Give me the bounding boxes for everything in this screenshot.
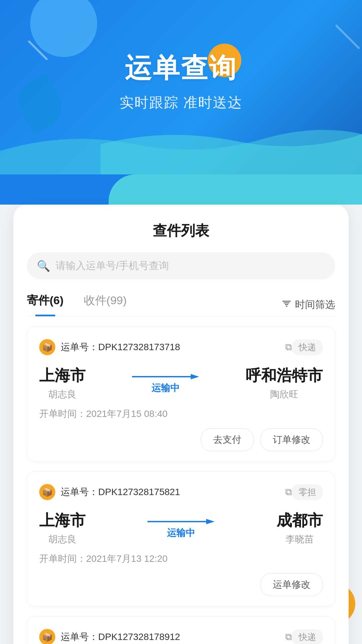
package-type-2: 零担	[292, 484, 323, 500]
copy-icon-2[interactable]: ⧉	[285, 487, 292, 498]
from-city-1: 上海市 胡志良	[39, 365, 85, 401]
tab-receiving[interactable]: 收件(99)	[84, 293, 127, 316]
svg-marker-3	[206, 519, 215, 524]
filter-button[interactable]: 时间筛选	[282, 298, 335, 312]
search-icon: 🔍	[37, 260, 50, 272]
waybill-no-1: 运单号：DPK127328173718	[61, 341, 282, 354]
waybill-no-2: 运单号：DPK127328175821	[61, 486, 282, 498]
tab-sending[interactable]: 寄件(6)	[27, 293, 64, 316]
modify-waybill-button-2[interactable]: 运单修改	[260, 573, 323, 596]
content-area: 查件列表 🔍 请输入运单号/手机号查询 寄件(6) 收件(99) 时间筛选	[0, 205, 362, 644]
waybill-no-3: 运单号：DPK127328178912	[61, 631, 282, 643]
card-title: 查件列表	[27, 221, 335, 240]
package-header-2: 📦 运单号：DPK127328175821 ⧉ 零担	[39, 484, 323, 500]
route-arrow-svg-1	[132, 372, 199, 382]
action-row-2: 运单修改	[39, 573, 323, 596]
package-card-2: 📦 运单号：DPK127328175821 ⧉ 零担 上海市 胡志良 运输中	[27, 472, 335, 606]
package-header-3: 📦 运单号：DPK127328178912 ⧉ 快递	[39, 629, 323, 644]
to-city-1: 呼和浩特市 陶欣旺	[246, 365, 323, 401]
header-background: 运单查询 实时跟踪 准时送达	[0, 0, 362, 174]
route-middle-2: 运输中	[85, 517, 277, 539]
package-card-3: 📦 运单号：DPK127328178912 ⧉ 快递	[27, 616, 335, 644]
to-city-2: 成都市 李晓苗	[277, 510, 323, 546]
route-arrow-svg-2	[147, 517, 215, 527]
open-time-2: 开单时间：2021年7月13 12:20	[39, 552, 323, 565]
tabs-row: 寄件(6) 收件(99) 时间筛选	[27, 293, 335, 317]
search-bar[interactable]: 🔍 请输入运单号/手机号查询	[27, 252, 335, 279]
page-title: 运单查询	[0, 50, 362, 87]
package-icon-3: 📦	[39, 629, 55, 644]
package-header-1: 📦 运单号：DPK127328173718 ⧉ 快递	[39, 339, 323, 355]
svg-marker-1	[191, 374, 199, 379]
route-middle-1: 运输中	[85, 372, 246, 394]
open-time-1: 开单时间：2021年7月15 08:40	[39, 408, 323, 420]
search-placeholder: 请输入运单号/手机号查询	[56, 259, 169, 273]
package-card-1: 📦 运单号：DPK127328173718 ⧉ 快递 上海市 胡志良 运输中	[27, 327, 335, 462]
page-subtitle: 实时跟踪 准时送达	[0, 93, 362, 112]
main-card: 查件列表 🔍 请输入运单号/手机号查询 寄件(6) 收件(99) 时间筛选	[13, 205, 349, 644]
route-row-1: 上海市 胡志良 运输中 呼和浩特市 陶欣旺	[39, 365, 323, 401]
status-label-1: 运输中	[152, 382, 180, 394]
modify-order-button-1[interactable]: 订单修改	[260, 428, 323, 451]
from-city-2: 上海市 胡志良	[39, 510, 85, 546]
package-type-3: 快递	[292, 629, 323, 644]
package-icon-1: 📦	[39, 339, 55, 355]
action-row-1: 去支付 订单修改	[39, 428, 323, 451]
header-wave	[0, 124, 362, 174]
filter-icon	[282, 300, 292, 310]
package-icon-2: 📦	[39, 484, 55, 500]
pay-button-1[interactable]: 去支付	[201, 428, 254, 451]
copy-icon-1[interactable]: ⧉	[285, 342, 292, 353]
route-row-2: 上海市 胡志良 运输中 成都市 李晓苗	[39, 510, 323, 546]
copy-icon-3[interactable]: ⧉	[285, 632, 292, 643]
header-title-area: 运单查询 实时跟踪 准时送达	[0, 0, 362, 112]
status-label-2: 运输中	[167, 527, 195, 539]
package-type-1: 快递	[292, 339, 323, 355]
